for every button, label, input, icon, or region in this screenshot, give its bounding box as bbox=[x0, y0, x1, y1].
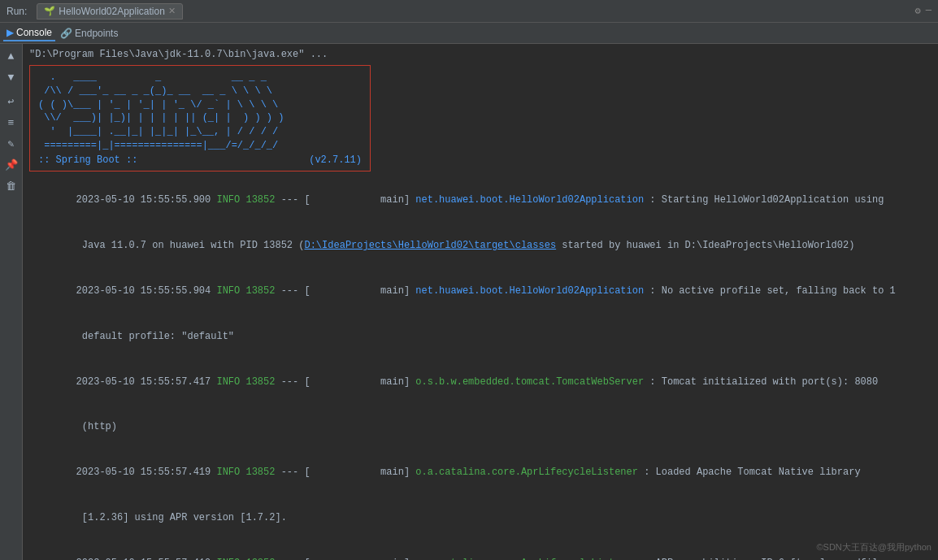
tab-close-icon[interactable]: ✕ bbox=[168, 6, 176, 16]
scroll-up-icon[interactable]: ▲ bbox=[2, 47, 20, 65]
cmd-line: "D:\Program Files\Java\jdk-11.0.7\bin\ja… bbox=[29, 47, 931, 62]
spring-banner: . ____ _ __ _ _ /\\ / ___'_ __ _ _(_)_ _… bbox=[29, 65, 371, 171]
rerun-icon[interactable]: ↩ bbox=[2, 93, 20, 111]
edit-icon[interactable]: ✎ bbox=[2, 135, 20, 153]
log-line-5: 2023-05-10 15:55:57.419 INFO 13852 --- [… bbox=[29, 540, 931, 560]
main-area: ▲ ▼ ↩ ≡ ✎ 📌 🗑 "D:\Program Files\Java\jdk… bbox=[0, 44, 938, 560]
banner-art: . ____ _ __ _ _ /\\ / ___'_ __ _ _(_)_ _… bbox=[38, 71, 362, 153]
window-controls: ⚙ — bbox=[915, 5, 931, 17]
sidebar: ▲ ▼ ↩ ≡ ✎ 📌 🗑 bbox=[0, 44, 23, 560]
watermark: ©SDN大王百达@我用python bbox=[816, 541, 931, 553]
classes-link[interactable]: D:\IdeaProjects\HelloWorld02\target\clas… bbox=[304, 240, 556, 251]
spring-label: :: Spring Boot :: bbox=[38, 154, 137, 166]
delete-icon[interactable]: 🗑 bbox=[2, 177, 20, 195]
log-line-3b: (http) bbox=[29, 405, 931, 450]
spring-version-line: :: Spring Boot :: (v2.7.11) bbox=[38, 154, 362, 166]
spring-version: (v2.7.11) bbox=[309, 154, 362, 166]
tab-name: HelloWorld02Application bbox=[59, 6, 165, 17]
scroll-down-icon[interactable]: ▼ bbox=[2, 68, 20, 86]
log-line-2: 2023-05-10 15:55:55.904 INFO 13852 --- [… bbox=[29, 268, 931, 314]
log-line-3: 2023-05-10 15:55:57.417 INFO 13852 --- [… bbox=[29, 359, 931, 405]
run-toolbar: ▶ Console 🔗 Endpoints bbox=[0, 23, 938, 44]
console-icon: ▶ bbox=[7, 27, 14, 38]
console-area[interactable]: "D:\Program Files\Java\jdk-11.0.7\bin\ja… bbox=[23, 44, 938, 560]
log-line-4b: [1.2.36] using APR version [1.7.2]. bbox=[29, 495, 931, 540]
endpoints-tab[interactable]: 🔗 Endpoints bbox=[57, 26, 121, 41]
pin-icon[interactable]: 📌 bbox=[2, 156, 20, 174]
top-bar: Run: 🌱 HelloWorld02Application ✕ ⚙ — bbox=[0, 0, 938, 23]
settings-icon[interactable]: ⚙ bbox=[915, 5, 921, 17]
list-icon[interactable]: ≡ bbox=[2, 114, 20, 132]
run-label: Run: bbox=[7, 6, 27, 17]
log-line-2b: default profile: "default" bbox=[29, 314, 931, 359]
log-line-1b: Java 11.0.7 on huawei with PID 13852 (D:… bbox=[29, 224, 931, 269]
app-tab[interactable]: 🌱 HelloWorld02Application ✕ bbox=[37, 3, 183, 20]
log-line-1: 2023-05-10 15:55:55.900 INFO 13852 --- [… bbox=[29, 178, 931, 224]
log-container: 2023-05-10 15:55:55.900 INFO 13852 --- [… bbox=[29, 178, 931, 560]
log-line-4: 2023-05-10 15:55:57.419 INFO 13852 --- [… bbox=[29, 449, 931, 495]
endpoints-icon: 🔗 bbox=[60, 28, 72, 39]
console-tab[interactable]: ▶ Console bbox=[3, 25, 55, 41]
minimize-icon[interactable]: — bbox=[926, 5, 931, 17]
